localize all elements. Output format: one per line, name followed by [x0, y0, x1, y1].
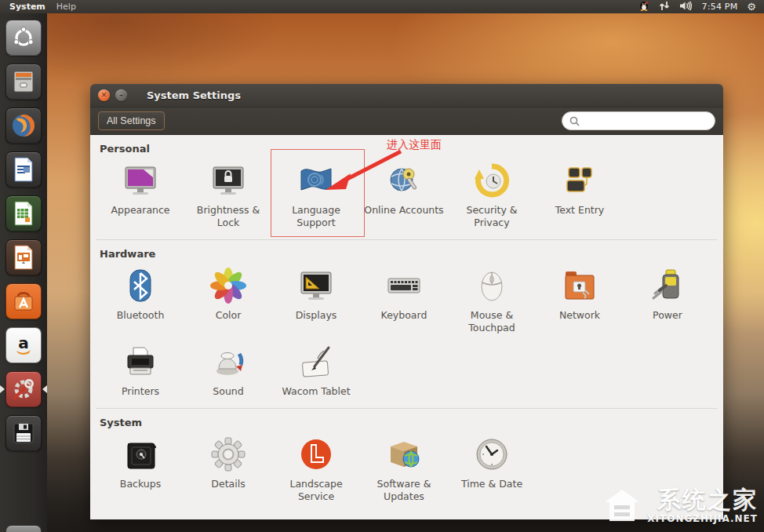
launcher-libreoffice-writer[interactable]: [5, 151, 42, 188]
window-toolbar: All Settings: [90, 107, 723, 135]
launcher-libreoffice-impress[interactable]: [5, 239, 42, 275]
launcher-trash[interactable]: [5, 525, 42, 532]
launcher-ubuntu-dash[interactable]: [5, 20, 42, 56]
settings-item-backups[interactable]: Backups: [96, 433, 184, 508]
settings-item-details[interactable]: Details: [184, 433, 272, 508]
settings-item-label: Brightness & Lock: [186, 204, 271, 228]
settings-item-wacom-tablet[interactable]: Wacom Tablet: [272, 341, 360, 404]
section-title: System: [100, 417, 717, 428]
settings-item-label: Online Accounts: [364, 204, 443, 217]
settings-item-label: Network: [559, 309, 600, 322]
settings-item-label: Power: [653, 309, 682, 322]
settings-item-label: Bluetooth: [117, 309, 165, 322]
launcher-system-settings[interactable]: [5, 371, 42, 407]
settings-item-printers[interactable]: Printers: [96, 341, 184, 404]
launcher-files[interactable]: [5, 64, 42, 100]
file-cabinet-icon: [11, 69, 36, 94]
settings-item-software-updates[interactable]: Software & Updates: [360, 433, 448, 508]
window-titlebar[interactable]: ✕ – System Settings: [90, 84, 723, 107]
brightness-lock-icon: [209, 162, 247, 199]
settings-item-online-accounts[interactable]: Online Accounts: [360, 159, 448, 235]
settings-item-network[interactable]: Network: [536, 264, 624, 340]
backups-icon: [122, 435, 159, 473]
settings-item-power[interactable]: Power: [624, 264, 711, 340]
amazon-icon: a: [11, 333, 36, 358]
landscape-service-icon: [297, 435, 335, 473]
settings-item-bluetooth[interactable]: Bluetooth: [96, 264, 184, 340]
session-gear-icon[interactable]: ⚙: [747, 2, 756, 12]
settings-item-label: Security & Privacy: [449, 204, 534, 228]
menu-help[interactable]: Help: [56, 2, 76, 12]
minimize-icon[interactable]: –: [115, 89, 127, 101]
printers-icon: [122, 343, 159, 381]
software-updates-icon: [385, 435, 423, 473]
calc-spreadsheet-icon: [12, 200, 35, 227]
settings-item-label: Sound: [213, 385, 243, 398]
watermark-subtitle: XITONGZHIJIA.NET: [647, 513, 758, 524]
annotation-text: 进入这里面: [387, 138, 442, 152]
settings-item-label: Keyboard: [381, 309, 427, 322]
displays-icon: [297, 267, 335, 304]
color-icon: [209, 267, 247, 304]
details-icon: [209, 435, 247, 473]
settings-item-appearance[interactable]: Appearance: [96, 159, 184, 235]
watermark: 系统之家 XITONGZHIJIA.NET: [602, 483, 758, 524]
settings-item-sound[interactable]: Sound: [184, 341, 272, 404]
time-date-icon: [473, 435, 511, 473]
settings-item-label: Displays: [296, 309, 337, 322]
bluetooth-icon: [122, 267, 159, 304]
launcher-libreoffice-calc[interactable]: [5, 195, 42, 231]
unity-launcher: a: [0, 13, 47, 532]
all-settings-button[interactable]: All Settings: [98, 111, 165, 130]
clock[interactable]: 7:54 PM: [702, 2, 738, 12]
language-support-icon: [297, 162, 335, 199]
settings-item-color[interactable]: Color: [184, 264, 272, 340]
settings-item-time-date[interactable]: Time & Date: [448, 433, 536, 508]
volume-icon[interactable]: [679, 1, 693, 13]
svg-text:a: a: [18, 333, 29, 352]
floppy-disk-icon: [12, 421, 35, 445]
close-icon[interactable]: ✕: [98, 89, 110, 101]
settings-item-label: Appearance: [111, 204, 169, 217]
power-icon: [649, 267, 686, 304]
network-icon: [561, 267, 598, 304]
focused-indicator-arrow: [42, 385, 47, 393]
settings-item-displays[interactable]: Displays: [272, 264, 360, 340]
firefox-icon: [10, 112, 37, 139]
menu-system[interactable]: System: [9, 2, 45, 12]
security-privacy-icon: [473, 162, 511, 199]
appearance-icon: [122, 162, 159, 199]
tux-icon[interactable]: [638, 0, 649, 13]
settings-item-language-support[interactable]: Language Support: [272, 159, 360, 235]
settings-item-text-entry[interactable]: Text Entry: [536, 159, 624, 235]
desktop: System Help 7:54 PM ⚙: [0, 0, 764, 532]
settings-item-security-privacy[interactable]: Security & Privacy: [448, 159, 536, 235]
launcher-firefox[interactable]: [5, 107, 42, 144]
settings-item-label: Details: [211, 478, 245, 490]
sound-icon: [209, 343, 247, 381]
writer-document-icon: [12, 156, 35, 183]
online-accounts-icon: [385, 162, 423, 199]
launcher-amazon[interactable]: a: [5, 327, 42, 363]
section-title: Hardware: [100, 248, 717, 260]
launcher-software-center[interactable]: [5, 283, 42, 319]
system-settings-window: ✕ – System Settings All Settings Persona…: [90, 84, 723, 519]
window-title: System Settings: [147, 89, 241, 101]
running-indicator-arrow: [0, 385, 5, 393]
search-icon: [569, 116, 580, 126]
top-menu-bar: System Help 7:54 PM ⚙: [0, 0, 764, 13]
settings-gear-wrench-icon: [10, 376, 37, 403]
impress-presentation-icon: [12, 244, 35, 271]
settings-item-label: Time & Date: [461, 478, 522, 490]
settings-item-landscape-service[interactable]: Landscape Service: [272, 433, 360, 508]
settings-item-brightness-lock[interactable]: Brightness & Lock: [184, 159, 272, 235]
launcher-floppy-volume[interactable]: [5, 415, 42, 451]
text-entry-icon: [561, 162, 598, 199]
watermark-title: 系统之家: [657, 488, 758, 512]
search-input[interactable]: [562, 111, 715, 130]
settings-item-label: Backups: [120, 478, 161, 490]
network-arrows-icon[interactable]: [659, 1, 670, 13]
software-center-bag-icon: [11, 289, 36, 314]
settings-item-mouse-touchpad[interactable]: Mouse & Touchpad: [448, 264, 536, 340]
settings-item-keyboard[interactable]: Keyboard: [360, 264, 448, 340]
